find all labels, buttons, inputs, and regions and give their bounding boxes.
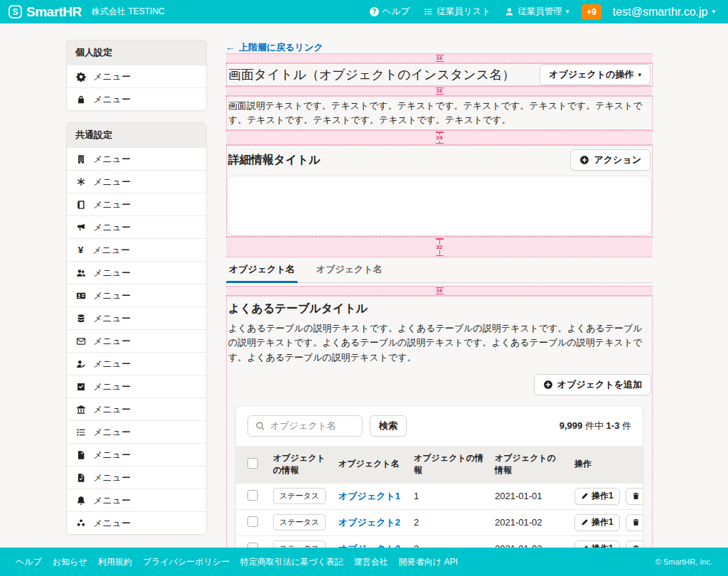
sidebar-item[interactable]: メニュー (67, 284, 206, 306)
database-icon (75, 314, 87, 324)
column-header: オブジェクトの情報 (489, 446, 569, 484)
footer-links: ヘルプお知らせ利用規約プライバシーポリシー特定商取引法に基づく表記運営会社開発者… (16, 556, 458, 568)
footer-link[interactable]: 運営会社 (354, 556, 388, 568)
sidebar-item[interactable]: メニュー (67, 306, 206, 329)
sidebar-item[interactable]: メニュー (67, 215, 206, 238)
sidebar-item-label: メニュー (93, 518, 131, 528)
detail-panel-title: 詳細情報タイトル (228, 153, 321, 168)
search-button[interactable]: 検索 (370, 415, 407, 437)
row-delete-button[interactable]: 操作2 (626, 488, 643, 505)
back-to-parent-link[interactable]: ← 上階層に戻るリンク (226, 42, 323, 52)
column-header: オブジェクト名 (333, 446, 408, 484)
sidebar-item[interactable]: メニュー (67, 511, 206, 534)
sidebar-group-title: 共通設定 (67, 123, 206, 147)
detail-panel: 詳細情報タイトル アクション (226, 145, 653, 237)
account-email: test@smarthr.co.jp (613, 6, 708, 18)
detail-action-button[interactable]: アクション (570, 149, 651, 171)
sidebar-item[interactable]: ¥メニュー (67, 238, 206, 261)
sidebar-item-label: メニュー (93, 313, 131, 324)
sidebar-item-label: メニュー (93, 381, 131, 392)
sidebar-item[interactable]: メニュー (67, 466, 206, 489)
nav-item-label: ヘルプ (382, 6, 410, 18)
object-link[interactable]: オブジェクト1 (338, 491, 400, 501)
table-section-title: よくあるテーブルタイトル (227, 298, 652, 318)
gear-icon (75, 72, 87, 82)
account-menu[interactable]: test@smarthr.co.jp ▾ (613, 6, 715, 18)
sidebar-item[interactable]: メニュー (67, 261, 206, 284)
select-all-checkbox[interactable] (247, 458, 258, 469)
sidebar: 個人設定メニューメニュー共通設定メニューメニューメニューメニュー¥メニューメニュ… (66, 40, 207, 546)
megaphone-icon (75, 223, 87, 233)
nav-item[interactable]: ?ヘルプ (370, 6, 410, 18)
copyright: © SmartHR, Inc. (655, 558, 712, 566)
sidebar-item[interactable]: メニュー (67, 489, 206, 511)
row-info-cell: 2 (408, 509, 489, 535)
sidebar-item[interactable]: メニュー (67, 193, 206, 215)
employee-list-icon (424, 7, 433, 16)
footer-link[interactable]: ヘルプ (16, 556, 42, 568)
object-search-input[interactable] (270, 420, 355, 431)
sidebar-item[interactable]: メニュー (67, 398, 206, 420)
sidebar-item[interactable]: メニュー (67, 87, 206, 110)
sidebar-group: 共通設定メニューメニューメニューメニュー¥メニューメニューメニューメニューメニュ… (66, 122, 207, 535)
smarthr-logo-text: SmartHR (26, 4, 82, 20)
object-actions-button[interactable]: オブジェクトの操作 ▾ (540, 64, 651, 85)
app: S SmartHR 株式会社 TESTINC ?ヘルプ従業員リスト従業員管理▾ … (0, 0, 728, 576)
sidebar-item-label: メニュー (93, 427, 131, 437)
sidebar-item-label: メニュー (93, 71, 131, 82)
sidebar-item[interactable]: メニュー (67, 420, 206, 443)
object-link[interactable]: オブジェクト2 (338, 517, 400, 528)
search-field (247, 415, 363, 437)
help-circle-icon: ? (370, 7, 379, 16)
row-info-cell: 1 (408, 483, 489, 509)
edit-icon (581, 492, 589, 500)
sidebar-item[interactable]: メニュー (67, 375, 206, 398)
asterisk-icon (75, 177, 87, 187)
back-link-label: 上階層に戻るリンク (239, 43, 323, 52)
nav-item-label: 従業員管理 (518, 6, 562, 18)
book-icon (75, 200, 87, 210)
sidebar-item[interactable]: メニュー (67, 170, 206, 193)
nav-item[interactable]: 従業員管理▾ (505, 6, 569, 18)
idcard-icon (75, 291, 87, 301)
nav-item[interactable]: 従業員リスト (424, 6, 491, 18)
sidebar-item-label: メニュー (93, 176, 131, 187)
row-date-cell: 2021-01-01 (489, 483, 569, 509)
sidebar-item[interactable]: メニュー (67, 329, 206, 352)
column-header: 操作 (569, 446, 643, 484)
lock-icon (75, 95, 87, 105)
sidebar-item[interactable]: メニュー (67, 443, 206, 466)
tab-2[interactable]: オブジェクト名 (315, 262, 384, 282)
bank-icon (75, 405, 87, 415)
add-object-button[interactable]: オブジェクトを追加 (534, 374, 651, 395)
footer-link[interactable]: 開発者向け API (399, 556, 458, 568)
document-check-icon (75, 473, 87, 483)
footer-link[interactable]: 特定商取引法に基づく表記 (240, 556, 343, 568)
sidebar-item[interactable]: メニュー (67, 147, 206, 170)
sidebar-item-label: メニュー (93, 404, 131, 415)
row-checkbox[interactable] (247, 516, 258, 527)
footer-link[interactable]: お知らせ (53, 556, 87, 568)
status-badge: ステータス (273, 514, 326, 530)
notification-badge[interactable]: +9 (582, 4, 601, 20)
row-edit-button[interactable]: 操作1 (574, 514, 620, 531)
spacing-annotation: 24 (226, 130, 653, 145)
sidebar-group: 個人設定メニューメニュー (66, 40, 207, 111)
sidebar-item[interactable]: メニュー (67, 352, 206, 375)
sidebar-item-label: メニュー (93, 336, 131, 346)
building-icon (75, 154, 87, 164)
footer-link[interactable]: プライバシーポリシー (143, 556, 230, 568)
row-edit-button[interactable]: 操作1 (574, 488, 620, 505)
row-checkbox[interactable] (247, 490, 258, 501)
sidebar-item-label: メニュー (93, 358, 131, 369)
sidebar-item[interactable]: メニュー (67, 65, 206, 87)
smarthr-logo[interactable]: S SmartHR (9, 4, 82, 20)
footer-link[interactable]: 利用規約 (98, 556, 132, 568)
object-table: オブジェクトの情報オブジェクト名オブジェクトの情報オブジェクトの情報操作 ステー… (236, 446, 643, 562)
company-name: 株式会社 TESTINC (92, 6, 165, 18)
tab-1[interactable]: オブジェクト名 (228, 262, 296, 282)
result-count: 9,999 件中 1-3 件 (560, 420, 631, 432)
row-delete-button[interactable]: 操作2 (626, 514, 643, 531)
integrations-icon (75, 518, 87, 528)
plus-circle-icon (579, 155, 589, 165)
